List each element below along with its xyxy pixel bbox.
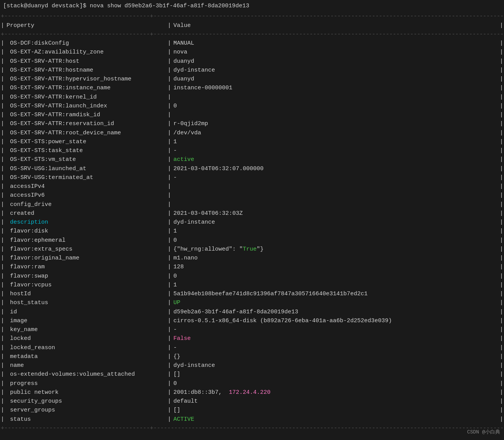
col-pipe: | bbox=[167, 173, 172, 182]
end-pipe: | bbox=[499, 200, 504, 209]
table-row: | OS-SRV-USG:launched_at | 2021-03-04T06… bbox=[0, 164, 504, 173]
value-cell: 2021-03-04T06:32:07.000000 bbox=[172, 164, 499, 173]
col-pipe: | bbox=[167, 406, 172, 415]
end-pipe: | bbox=[499, 93, 504, 102]
value-cell: [] bbox=[172, 406, 499, 415]
table-row: | name | dyd-instance| bbox=[0, 361, 504, 370]
property-cell: description bbox=[5, 218, 167, 227]
col-pipe: | bbox=[167, 352, 172, 361]
col-pipe: | bbox=[167, 93, 172, 102]
col-pipe: | bbox=[167, 164, 172, 173]
pipe: | bbox=[0, 415, 5, 424]
table-row: | OS-EXT-SRV-ATTR:reservation_id | r-0qj… bbox=[0, 119, 504, 128]
table-row: | accessIPv4 | | bbox=[0, 182, 504, 191]
col-pipe: | bbox=[167, 191, 172, 200]
table-row: | id | d59eb2a6-3b1f-46af-a81f-8da20019d… bbox=[0, 308, 504, 316]
property-cell: OS-SRV-USG:terminated_at bbox=[5, 173, 167, 182]
pipe: | bbox=[0, 281, 5, 289]
property-cell: OS-EXT-SRV-ATTR:kernel_id bbox=[5, 93, 167, 102]
pipe: | bbox=[0, 75, 5, 84]
value-cell: - bbox=[172, 146, 499, 155]
value-cell: 0 bbox=[172, 379, 499, 388]
value-cell: active bbox=[172, 155, 499, 164]
table-row: | OS-EXT-SRV-ATTR:ramdisk_id | | bbox=[0, 110, 504, 119]
col-pipe: | bbox=[167, 298, 172, 307]
end-pipe: | bbox=[499, 272, 504, 281]
col-pipe: | bbox=[167, 343, 172, 352]
end-pipe: | bbox=[499, 352, 504, 361]
end-pipe: | bbox=[499, 281, 504, 289]
end-pipe: | bbox=[499, 236, 504, 245]
value-cell: m1.nano bbox=[172, 254, 499, 263]
pipe: | bbox=[0, 298, 5, 307]
value-cell: /dev/vda bbox=[172, 129, 499, 137]
table-row: | OS-SRV-USG:terminated_at | -| bbox=[0, 173, 504, 182]
value-cell: cirros-0.5.1-x86_64-disk (b892a726-6eba-… bbox=[172, 316, 499, 325]
end-pipe: | bbox=[499, 21, 504, 30]
end-pipe: | bbox=[499, 146, 504, 155]
pipe: | bbox=[0, 173, 5, 182]
property-cell: flavor:ram bbox=[5, 263, 167, 271]
end-pipe: | bbox=[499, 245, 504, 254]
pipe: | bbox=[0, 370, 5, 379]
pipe: | bbox=[0, 325, 5, 334]
pipe: | bbox=[0, 119, 5, 128]
pipe: | bbox=[0, 155, 5, 164]
value-cell: 1 bbox=[172, 281, 499, 289]
table-row: | OS-EXT-STS:power_state | 1| bbox=[0, 137, 504, 146]
value-cell: {"hw_rng:allowed": "True"} bbox=[172, 245, 499, 254]
table-row: | locked_reason | -| bbox=[0, 343, 504, 352]
pipe: | bbox=[0, 48, 5, 57]
end-pipe: | bbox=[499, 316, 504, 325]
value-cell: dyd-instance bbox=[172, 361, 499, 370]
pipe: | bbox=[0, 308, 5, 316]
end-pipe: | bbox=[499, 129, 504, 137]
col-pipe: | bbox=[167, 415, 172, 424]
header-separator: +---------------------------------------… bbox=[0, 30, 504, 39]
bottom-separator: +---------------------------------------… bbox=[0, 424, 504, 433]
col-pipe: | bbox=[167, 227, 172, 236]
end-pipe: | bbox=[499, 137, 504, 146]
table-row: | locked | False| bbox=[0, 334, 504, 343]
property-cell: OS-DCF:diskConfig bbox=[5, 39, 167, 48]
end-pipe: | bbox=[499, 182, 504, 191]
col-pipe: | bbox=[167, 182, 172, 191]
table-row: | os-extended-volumes:volumes_attached |… bbox=[0, 370, 504, 379]
end-pipe: | bbox=[499, 343, 504, 352]
table-row: | OS-EXT-STS:vm_state | active| bbox=[0, 155, 504, 164]
end-pipe: | bbox=[499, 191, 504, 200]
end-pipe: | bbox=[499, 110, 504, 119]
col-pipe: | bbox=[167, 334, 172, 343]
end-pipe: | bbox=[499, 361, 504, 370]
table-row: | image | cirros-0.5.1-x86_64-disk (b892… bbox=[0, 316, 504, 325]
table-row: | metadata | {}| bbox=[0, 352, 504, 361]
value-cell: duanyd bbox=[172, 75, 499, 84]
end-pipe: | bbox=[499, 48, 504, 57]
table-row: | created | 2021-03-04T06:32:03Z| bbox=[0, 209, 504, 218]
end-pipe: | bbox=[499, 370, 504, 379]
value-cell: 0 bbox=[172, 236, 499, 245]
header-row: | Property | Value | bbox=[0, 21, 504, 30]
end-pipe: | bbox=[499, 397, 504, 406]
col-pipe: | bbox=[167, 137, 172, 146]
col-pipe: | bbox=[167, 48, 172, 57]
pipe: | bbox=[0, 289, 5, 298]
end-pipe: | bbox=[499, 406, 504, 415]
pipe: | bbox=[0, 343, 5, 352]
property-cell: id bbox=[5, 308, 167, 316]
property-cell: created bbox=[5, 209, 167, 218]
table-row: | description | dyd-instance| bbox=[0, 218, 504, 227]
value-cell: duanyd bbox=[172, 57, 499, 66]
table-row: | status | ACTIVE| bbox=[0, 415, 504, 424]
table-row: | flavor:extra_specs | {"hw_rng:allowed"… bbox=[0, 245, 504, 254]
end-pipe: | bbox=[499, 164, 504, 173]
col-pipe: | bbox=[167, 245, 172, 254]
value-cell: - bbox=[172, 343, 499, 352]
col-pipe: | bbox=[167, 316, 172, 325]
value-cell: - bbox=[172, 173, 499, 182]
table-row: | progress | 0| bbox=[0, 379, 504, 388]
col-pipe: | bbox=[167, 397, 172, 406]
col-pipe: | bbox=[167, 84, 172, 92]
value-cell: dyd-instance bbox=[172, 66, 499, 75]
table-row: | flavor:ram | 128| bbox=[0, 263, 504, 271]
